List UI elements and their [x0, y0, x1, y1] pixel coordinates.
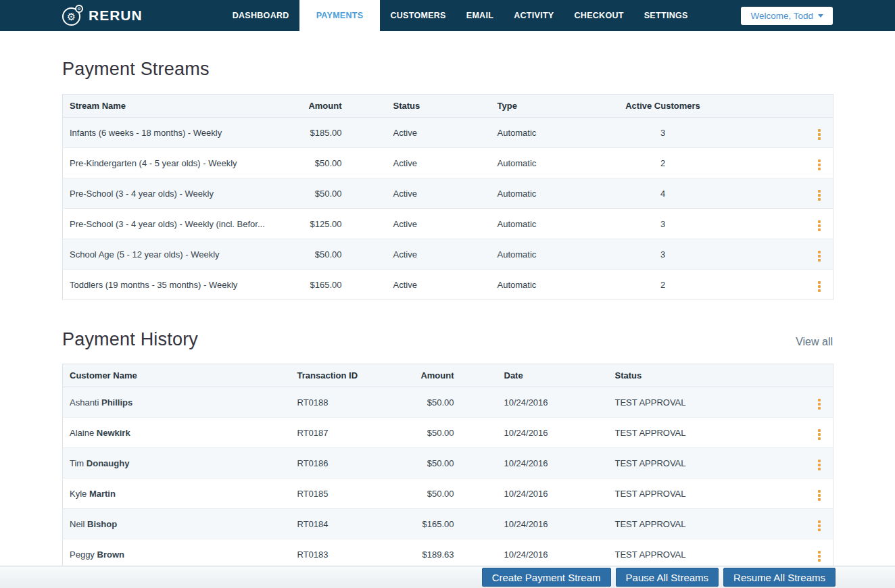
nav-items: DASHBOARD PAYMENTS CUSTOMERS EMAIL ACTIV… — [222, 0, 698, 31]
stream-amount: $50.00 — [286, 148, 349, 178]
transaction-id: RT0185 — [291, 479, 395, 509]
history-row: Alaine Newkirk RT0187 $50.00 10/24/2016 … — [63, 418, 833, 448]
kebab-menu-icon[interactable] — [815, 549, 823, 563]
kebab-menu-icon[interactable] — [815, 249, 823, 263]
kebab-menu-icon[interactable] — [815, 489, 823, 502]
history-header-row: Customer Name Transaction ID Amount Date… — [63, 364, 833, 387]
kebab-menu-icon[interactable] — [815, 158, 823, 172]
stream-status: Active — [349, 148, 491, 178]
welcome-dropdown-button[interactable]: Welcome, Todd — [741, 7, 833, 25]
transaction-id: RT0186 — [291, 448, 395, 479]
streams-header-row: Stream Name Amount Status Type Active Cu… — [63, 95, 833, 118]
stream-type: Automatic — [491, 148, 572, 178]
top-navbar: ⚙⚙ RERUN DASHBOARD PAYMENTS CUSTOMERS EM… — [0, 0, 895, 31]
kebab-menu-icon[interactable] — [815, 428, 823, 441]
payment-status: TEST APPROVAL — [570, 387, 766, 418]
kebab-menu-icon[interactable] — [815, 397, 823, 411]
customer-name: Ashanti Phillips — [63, 387, 291, 418]
chevron-down-icon — [818, 14, 823, 18]
payment-amount: $50.00 — [395, 479, 461, 509]
customer-name: Tim Donaughy — [63, 448, 291, 479]
nav-item-checkout[interactable]: CHECKOUT — [564, 0, 634, 31]
history-row: Peggy Brown RT0183 $189.63 10/24/2016 TE… — [63, 539, 833, 570]
stream-active-customers: 4 — [572, 178, 754, 209]
stream-active-customers: 3 — [572, 209, 754, 239]
payment-date: 10/24/2016 — [461, 479, 570, 509]
brand-name: RERUN — [89, 7, 143, 24]
footer-action-bar: Create Payment Stream Pause All Streams … — [0, 566, 895, 588]
stream-status: Active — [349, 270, 491, 300]
payment-status: TEST APPROVAL — [570, 479, 766, 509]
stream-type: Automatic — [491, 118, 572, 148]
transaction-id: RT0184 — [291, 509, 395, 539]
payment-streams-title: Payment Streams — [62, 59, 210, 80]
brand-logo[interactable]: ⚙⚙ RERUN — [62, 0, 143, 31]
kebab-menu-icon[interactable] — [815, 458, 823, 472]
kebab-menu-icon[interactable] — [815, 280, 823, 293]
nav-item-payments[interactable]: PAYMENTS — [299, 0, 381, 31]
view-all-link[interactable]: View all — [796, 336, 833, 350]
kebab-menu-icon[interactable] — [815, 219, 823, 232]
stream-status: Active — [349, 118, 491, 148]
nav-item-email[interactable]: EMAIL — [456, 0, 504, 31]
customer-name: Alaine Newkirk — [63, 418, 291, 448]
history-col-amount: Amount — [395, 364, 461, 387]
payment-amount: $50.00 — [395, 418, 461, 448]
stream-row: Pre-School (3 - 4 year olds) - Weekly $5… — [63, 178, 833, 209]
stream-amount: $125.00 — [286, 209, 349, 239]
streams-col-active-customers: Active Customers — [572, 95, 754, 118]
stream-active-customers: 3 — [572, 239, 754, 270]
nav-item-settings[interactable]: SETTINGS — [634, 0, 698, 31]
stream-row: Toddlers (19 months - 35 months) - Weekl… — [63, 270, 833, 300]
customer-name: Kyle Martin — [63, 479, 291, 509]
streams-col-amount: Amount — [286, 95, 349, 118]
nav-item-customers[interactable]: CUSTOMERS — [380, 0, 456, 31]
payment-history-title: Payment History — [62, 329, 198, 350]
resume-all-streams-button[interactable]: Resume All Streams — [723, 568, 836, 587]
payment-status: TEST APPROVAL — [570, 418, 766, 448]
history-row: Tim Donaughy RT0186 $50.00 10/24/2016 TE… — [63, 448, 833, 479]
stream-amount: $50.00 — [286, 178, 349, 209]
stream-row: Pre-Kindergarten (4 - 5 year olds) - Wee… — [63, 148, 833, 178]
kebab-menu-icon[interactable] — [815, 189, 823, 202]
stream-amount: $50.00 — [286, 239, 349, 270]
kebab-menu-icon[interactable] — [815, 128, 823, 141]
streams-col-status: Status — [349, 95, 491, 118]
welcome-label: Welcome, Todd — [750, 11, 813, 21]
payment-date: 10/24/2016 — [461, 448, 570, 479]
pause-all-streams-button[interactable]: Pause All Streams — [616, 568, 719, 587]
gear-icon: ⚙⚙ — [62, 5, 82, 26]
payment-history-table: Customer Name Transaction ID Amount Date… — [62, 364, 833, 588]
stream-row: Infants (6 weeks - 18 months) - Weekly $… — [63, 118, 833, 148]
payment-date: 10/24/2016 — [461, 418, 570, 448]
streams-col-actions — [754, 95, 833, 118]
payment-status: TEST APPROVAL — [570, 539, 766, 570]
stream-type: Automatic — [491, 178, 572, 209]
stream-active-customers: 2 — [572, 270, 754, 300]
payment-date: 10/24/2016 — [461, 509, 570, 539]
stream-active-customers: 2 — [572, 148, 754, 178]
payment-status: TEST APPROVAL — [570, 509, 766, 539]
nav-item-activity[interactable]: ACTIVITY — [504, 0, 564, 31]
history-row: Neil Bishop RT0184 $165.00 10/24/2016 TE… — [63, 509, 833, 539]
transaction-id: RT0183 — [291, 539, 395, 570]
payment-date: 10/24/2016 — [461, 387, 570, 418]
history-row: Kyle Martin RT0185 $50.00 10/24/2016 TES… — [63, 479, 833, 509]
stream-name: Pre-School (3 - 4 year olds) - Weekly (i… — [63, 209, 286, 239]
history-col-transaction-id: Transaction ID — [291, 364, 395, 387]
history-col-actions — [766, 364, 833, 387]
customer-name: Neil Bishop — [63, 509, 291, 539]
history-row: Ashanti Phillips RT0188 $50.00 10/24/201… — [63, 387, 833, 418]
nav-item-dashboard[interactable]: DASHBOARD — [222, 0, 299, 31]
stream-row: School Age (5 - 12 year olds) - Weekly $… — [63, 239, 833, 270]
streams-col-type: Type — [491, 95, 572, 118]
payment-date: 10/24/2016 — [461, 539, 570, 570]
stream-name: Pre-School (3 - 4 year olds) - Weekly — [63, 178, 286, 209]
create-payment-stream-button[interactable]: Create Payment Stream — [482, 568, 611, 587]
kebab-menu-icon[interactable] — [815, 519, 823, 533]
payment-amount: $189.63 — [395, 539, 461, 570]
payment-amount: $50.00 — [395, 448, 461, 479]
stream-status: Active — [349, 178, 491, 209]
transaction-id: RT0187 — [291, 418, 395, 448]
payment-streams-table: Stream Name Amount Status Type Active Cu… — [62, 94, 833, 300]
